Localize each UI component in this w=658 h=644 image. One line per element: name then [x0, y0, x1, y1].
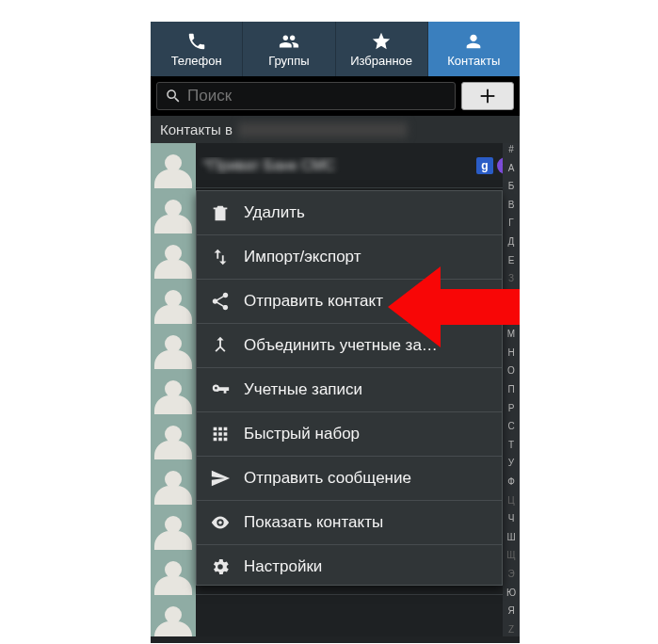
share-icon	[210, 291, 231, 312]
menu-item-accounts[interactable]: Учетные записи	[197, 368, 502, 412]
tab-groups[interactable]: Группы	[243, 22, 335, 76]
avatar	[151, 143, 196, 188]
contact-list-area: *Приват Банк СМС g #АБВГДЕЗКЛМНОПРСТУФЦЧ…	[151, 143, 520, 636]
avatar	[151, 459, 196, 505]
index-letter[interactable]: Б	[503, 181, 520, 192]
trash-icon	[210, 202, 231, 223]
context-menu: Удалить Импорт/экспорт Отправить контакт…	[196, 190, 503, 586]
section-header-prefix: Контакты в	[160, 121, 233, 137]
index-letter[interactable]: У	[503, 458, 520, 469]
import-export-icon	[210, 247, 231, 267]
top-tabs: Телефон Группы Избранное Контакты	[151, 22, 520, 76]
eye-icon	[210, 512, 231, 533]
index-letter[interactable]: Ч	[503, 513, 520, 524]
section-header-account-blurred	[238, 122, 408, 137]
dialpad-icon	[210, 424, 231, 444]
menu-item-send-contact[interactable]: Отправить контакт	[197, 280, 502, 324]
index-letter[interactable]: Т	[503, 440, 520, 451]
index-letter[interactable]: В	[503, 200, 520, 211]
menu-item-show-contacts[interactable]: Показать контакты	[197, 501, 502, 545]
menu-item-label: Объединить учетные за…	[244, 336, 438, 355]
index-letter[interactable]: Э	[503, 569, 520, 580]
search-input[interactable]	[187, 87, 447, 105]
index-letter[interactable]: Е	[503, 255, 520, 266]
menu-item-label: Отправить сообщение	[244, 469, 411, 488]
index-letter[interactable]: Р	[503, 403, 520, 414]
index-letter[interactable]: Ф	[503, 476, 520, 488]
menu-item-label: Показать контакты	[244, 513, 383, 532]
index-letter[interactable]: Я	[503, 605, 520, 617]
avatar	[151, 324, 196, 369]
google-badge-icon: g	[476, 157, 493, 174]
contact-name: *Приват Банк СМС	[196, 157, 476, 174]
index-letter[interactable]: Л	[503, 310, 520, 321]
avatar	[151, 233, 196, 279]
plus-icon	[477, 86, 498, 106]
tab-favorites[interactable]: Избранное	[336, 22, 428, 76]
index-letter[interactable]: П	[503, 384, 520, 395]
menu-item-label: Удалить	[244, 203, 305, 222]
menu-item-speed-dial[interactable]: Быстрый набор	[197, 412, 502, 457]
key-icon	[210, 379, 231, 400]
menu-item-label: Отправить контакт	[244, 292, 383, 311]
menu-item-label: Настройки	[244, 557, 322, 576]
avatar	[151, 369, 196, 414]
contact-row[interactable]: *Приват Банк СМС g	[151, 143, 520, 188]
phone-frame: Телефон Группы Избранное Контакты Контак…	[151, 22, 520, 643]
avatar	[151, 505, 196, 550]
index-letter[interactable]: Щ	[503, 550, 520, 561]
menu-item-delete[interactable]: Удалить	[197, 191, 502, 235]
index-letter[interactable]: Н	[503, 347, 520, 359]
index-letter[interactable]: К	[503, 292, 520, 303]
tab-contacts[interactable]: Контакты	[428, 22, 520, 76]
menu-item-import-export[interactable]: Импорт/экспорт	[197, 235, 502, 280]
menu-item-send-message[interactable]: Отправить сообщение	[197, 457, 502, 501]
menu-item-label: Импорт/экспорт	[244, 248, 361, 266]
avatar	[151, 595, 196, 637]
search-icon	[165, 88, 182, 105]
avatar	[151, 279, 196, 324]
tab-contacts-label: Контакты	[447, 54, 500, 68]
index-letter[interactable]: А	[503, 163, 520, 174]
index-letter[interactable]: Д	[503, 236, 520, 248]
section-header: Контакты в	[151, 116, 520, 143]
star-icon	[371, 31, 392, 52]
tab-favorites-label: Избранное	[350, 54, 412, 68]
menu-item-merge-accounts[interactable]: Объединить учетные за…	[197, 324, 502, 368]
index-letter[interactable]: #	[503, 144, 520, 155]
index-letter[interactable]: З	[503, 273, 520, 284]
avatar	[151, 188, 196, 233]
menu-item-label: Учетные записи	[244, 380, 362, 399]
index-letter[interactable]: Ц	[503, 495, 520, 507]
person-icon	[463, 31, 484, 52]
list-item[interactable]	[151, 595, 520, 636]
groups-icon	[279, 31, 299, 52]
index-letter[interactable]: М	[503, 329, 520, 340]
tab-phone[interactable]: Телефон	[151, 22, 243, 76]
menu-item-label: Быстрый набор	[244, 425, 360, 443]
search-box[interactable]	[156, 82, 456, 110]
avatar	[151, 414, 196, 459]
index-letter[interactable]: Ш	[503, 532, 520, 543]
alpha-index-rail[interactable]: #АБВГДЕЗКЛМНОПРСТУФЦЧШЩЭЮЯZ	[503, 143, 520, 636]
avatar	[151, 550, 196, 595]
add-contact-button[interactable]	[461, 82, 514, 110]
index-letter[interactable]: С	[503, 421, 520, 432]
index-letter[interactable]: Z	[503, 624, 520, 636]
tab-phone-label: Телефон	[171, 54, 222, 68]
search-row	[151, 76, 520, 116]
menu-item-settings[interactable]: Настройки	[197, 545, 502, 585]
tab-groups-label: Группы	[268, 54, 309, 68]
index-letter[interactable]: О	[503, 365, 520, 377]
phone-icon	[186, 31, 207, 52]
index-letter[interactable]: Ю	[503, 588, 520, 599]
send-icon	[210, 468, 231, 489]
gear-icon	[210, 556, 231, 577]
merge-icon	[210, 335, 231, 356]
index-letter[interactable]: Г	[503, 217, 520, 229]
